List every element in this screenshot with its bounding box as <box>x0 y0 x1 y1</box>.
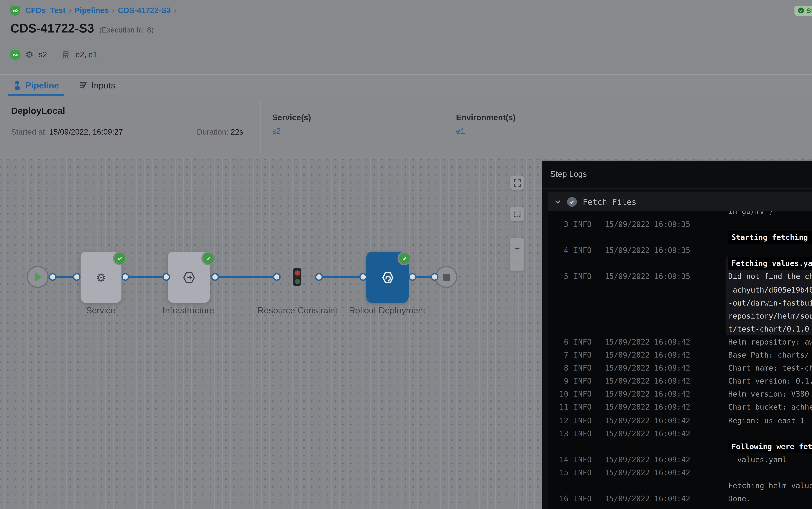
breadcrumb-row: ∾ CFDs_Test›Pipelines›CDS-41722-S3› SUCC… <box>10 0 812 19</box>
log-line-number <box>553 283 568 296</box>
edge-port <box>73 273 80 281</box>
log-line-number <box>553 479 568 492</box>
log-row: repository/helm/source/93602db7-89f2-317… <box>553 309 812 322</box>
log-row: 3INFO15/09/2022 16:09:35 <box>553 218 812 231</box>
log-level: INFO <box>574 401 599 414</box>
log-message: Starting fetching Helm values <box>726 231 812 244</box>
log-line-number: 10 <box>553 387 568 401</box>
log-row: 12INFO15/09/2022 16:09:42Region: us-east… <box>553 414 812 427</box>
step-logs-title: Step Logs <box>550 170 587 179</box>
canvas-fullscreen-button[interactable] <box>510 175 524 190</box>
log-message: Chart version: 0.1.0 <box>726 375 812 387</box>
log-level <box>574 322 599 335</box>
log-timestamp <box>605 440 726 453</box>
log-message-highlight: Fetching values.yaml from helm chart rep… <box>728 257 812 270</box>
log-timestamp: 15/09/2022 16:09:42 <box>605 427 726 440</box>
log-level <box>574 296 599 309</box>
title-row: CDS-41722-S3 (Execution Id: 8) <box>10 19 812 45</box>
breadcrumb-separator: › <box>112 6 115 15</box>
log-row: Fetching helm values completed successfu… <box>553 479 812 492</box>
stage-info-divider <box>260 101 261 154</box>
log-level <box>574 231 599 244</box>
log-timestamp: 15/09/2022 16:09:42 <box>605 387 726 401</box>
zoom-out-button[interactable]: − <box>510 253 524 269</box>
log-row: 4INFO15/09/2022 16:09:35 <box>553 244 812 257</box>
started-value: 15/09/2022, 16:09:27 <box>49 127 123 137</box>
log-row: in go/mv } <box>553 211 812 218</box>
check-icon <box>798 7 804 14</box>
traffic-red-light <box>295 270 300 275</box>
end-node[interactable] <box>435 266 457 288</box>
log-message <box>726 466 812 479</box>
log-timestamp: 15/09/2022 16:09:42 <box>605 375 726 387</box>
log-row: _achyuth/d605e19b46448ceaacb01fb4c19633a… <box>553 283 812 296</box>
log-row: t/test-chart/0.1.0 <box>553 322 812 335</box>
tab-inputs[interactable]: Inputs <box>77 75 117 96</box>
log-section: Fetch Files ↑ ↓ 9s in go/mv }3INFO15/09/… <box>548 192 812 509</box>
pipeline-canvas[interactable]: ⚙ <box>0 159 812 509</box>
edge-port <box>162 273 170 281</box>
step-logs-header: Step Logs Console View <box>543 161 812 189</box>
log-line-number <box>553 257 568 270</box>
stage-started: Started at: 15/09/2022, 16:09:27 <box>11 127 123 137</box>
node-label-infrastructure: Infrastructure <box>146 304 231 317</box>
duration-value: 22s <box>231 127 243 137</box>
tab-pipeline[interactable]: Pipeline <box>12 75 60 96</box>
tab-pipeline-label: Pipeline <box>25 80 59 90</box>
log-level: INFO <box>574 244 599 257</box>
service-success-badge <box>113 251 127 265</box>
services-label: Service(s) <box>272 113 311 122</box>
log-timestamp: 15/09/2022 16:09:42 <box>605 362 726 375</box>
log-row: Starting fetching Helm values <box>553 231 812 244</box>
log-row: 15INFO15/09/2022 16:09:42 <box>553 466 812 479</box>
edge <box>214 276 276 278</box>
status-badge: SUCCESS <box>794 5 812 15</box>
breadcrumb-separator: › <box>174 6 177 15</box>
rollout-icon <box>379 269 396 286</box>
log-row: 11INFO15/09/2022 16:09:42Chart bucket: a… <box>553 401 812 414</box>
canvas-select-button[interactable] <box>510 207 524 221</box>
environment-chip[interactable]: e2, e1 <box>76 50 97 59</box>
step-name: Fetch Files <box>583 197 636 206</box>
log-message <box>726 244 812 257</box>
log-line-number: 9 <box>553 375 568 387</box>
log-message: Following were fetched successfully : <box>726 440 812 453</box>
service-chip[interactable]: s2 <box>39 50 47 59</box>
stage-info-bar: DeployLocal Started at: 15/09/2022, 16:0… <box>0 96 812 159</box>
page-header: ∾ CFDs_Test›Pipelines›CDS-41722-S3› SUCC… <box>0 0 812 75</box>
inputs-icon <box>78 80 87 90</box>
log-line-number <box>553 440 568 453</box>
log-timestamp: 15/09/2022 16:09:35 <box>605 270 726 283</box>
log-line-number <box>553 231 568 244</box>
app: ∾ CFDs_Test›Pipelines›CDS-41722-S3› SUCC… <box>0 0 812 509</box>
log-line-number: 12 <box>553 414 568 427</box>
environment-icon <box>61 50 70 59</box>
service-node-gear-icon: ⚙ <box>96 271 106 284</box>
step-logs-panel: Step Logs Console View Fetch Files ↑ <box>543 161 812 509</box>
service-link[interactable]: s2 <box>272 127 311 136</box>
log-row: 10INFO15/09/2022 16:09:42Helm version: V… <box>553 387 812 401</box>
node-resource-constraint[interactable] <box>293 268 301 286</box>
log-level: INFO <box>574 375 599 387</box>
environment-link[interactable]: e1 <box>456 127 516 136</box>
log-message: Fetching helm values completed successfu… <box>726 479 812 492</box>
edge-port <box>315 273 323 281</box>
canvas-zoom-controls: + − <box>510 238 524 271</box>
breadcrumb-item[interactable]: CDS-41722-S3 <box>118 6 171 15</box>
log-line-number: 16 <box>553 492 568 505</box>
breadcrumb-item[interactable]: CFDs_Test <box>25 6 66 15</box>
service-gear-icon: ⚙ <box>25 49 33 60</box>
log-row: 7INFO15/09/2022 16:09:42Base Path: chart… <box>553 348 812 362</box>
environments-label: Environment(s) <box>456 113 516 122</box>
breadcrumb-item[interactable]: Pipelines <box>75 6 109 15</box>
log-level: INFO <box>574 218 599 231</box>
fullscreen-icon <box>513 178 521 187</box>
log-section-header[interactable]: Fetch Files ↑ ↓ 9s <box>548 192 812 211</box>
start-node[interactable] <box>27 266 49 288</box>
log-timestamp: 15/09/2022 16:09:42 <box>605 348 726 362</box>
infrastructure-icon <box>181 269 196 285</box>
duration-label: Duration: <box>197 127 228 137</box>
edge-port <box>121 273 129 281</box>
tab-inputs-label: Inputs <box>91 80 115 90</box>
log-line-number <box>553 296 568 309</box>
